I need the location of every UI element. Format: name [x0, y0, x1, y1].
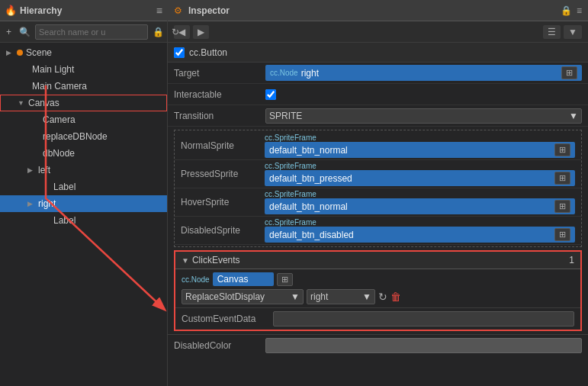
lock-button[interactable]: 🔒: [149, 25, 167, 39]
normalsprite-value-text: default_btn_normal: [269, 145, 348, 156]
event-delete-button[interactable]: 🗑: [390, 291, 401, 303]
hierarchy-menu-icon[interactable]: ≡: [156, 5, 162, 17]
section-header-ccbutton: cc.Button: [168, 43, 588, 63]
disabled-color-swatch[interactable]: [265, 338, 582, 353]
search-icon-button[interactable]: 🔍: [16, 25, 34, 39]
custom-event-input[interactable]: [273, 311, 574, 326]
method-chevron: ▼: [291, 291, 300, 302]
hoversprite-label: HoverSprite: [181, 197, 265, 207]
replacedbnode-label: replaceDBNode: [43, 131, 108, 142]
left-label: left: [38, 165, 50, 175]
disabledsprite-blue-field: default_btn_disabled ⊞: [265, 227, 575, 243]
right-arrow: ▶: [27, 200, 38, 207]
inspector-content: cc.Button Target cc.Node right ⊞ Interac…: [168, 43, 588, 386]
normalsprite-row: NormalSprite cc.SpriteFrame default_btn_…: [175, 132, 581, 160]
label1-label: Label: [53, 182, 76, 192]
transition-field-row: Transition SPRITE ▼: [168, 105, 588, 127]
click-events-header: ▼ ClickEvents 1: [175, 252, 580, 269]
camera-label: Camera: [43, 114, 76, 125]
refresh-hierarchy-button[interactable]: ↻: [169, 25, 182, 39]
normalsprite-select-button[interactable]: ⊞: [554, 143, 570, 156]
right-label: right: [38, 198, 56, 209]
tree-item-replacedbnode[interactable]: replaceDBNode: [0, 128, 167, 145]
inspector-list-button[interactable]: ☰: [543, 25, 561, 39]
search-input[interactable]: [35, 24, 148, 40]
custom-event-row: CustomEventData: [175, 308, 580, 330]
hoversprite-value: cc.SpriteFrame default_btn_normal ⊞: [265, 190, 575, 214]
click-events-section: ▼ ClickEvents 1 cc.Node Canvas ⊞ Replace…: [174, 250, 582, 331]
tree-item-canvas[interactable]: ▼ Canvas: [0, 95, 167, 111]
canvas-arrow: ▼: [18, 99, 28, 107]
tree-item-label1[interactable]: Label: [0, 179, 167, 195]
nav-forward-button[interactable]: ▶: [193, 25, 209, 39]
inspector-view-icon[interactable]: ≡: [577, 5, 582, 16]
method-value-text: ReplaceSlotDisplay: [185, 291, 265, 302]
hoversprite-value-text: default_btn_normal: [269, 201, 348, 212]
transition-chevron: ▼: [569, 111, 578, 121]
tree-item-camera[interactable]: Camera: [0, 111, 167, 128]
tree-item-label2[interactable]: Label: [0, 212, 167, 229]
target-ccnode-label: cc.Node: [270, 69, 298, 77]
hierarchy-header: 🔥 Hierarchy ≡: [0, 0, 167, 21]
canvas-node-select-button[interactable]: ⊞: [277, 273, 293, 286]
click-events-arrow: ▼: [182, 256, 189, 265]
target-select-button[interactable]: ⊞: [561, 66, 577, 79]
pressedsprite-cc-label: cc.SpriteFrame: [265, 162, 575, 170]
pressedsprite-value: cc.SpriteFrame default_btn_pressed ⊞: [265, 162, 575, 186]
add-node-button[interactable]: +: [3, 25, 14, 39]
target-event-chevron: ▼: [362, 291, 371, 302]
tree-item-dbnode[interactable]: dbNode: [0, 145, 167, 162]
inspector-title: Inspector: [188, 5, 561, 16]
inspector-settings-button[interactable]: ▼: [564, 25, 582, 39]
disabledsprite-select-button[interactable]: ⊞: [554, 228, 570, 241]
tree-item-mainlight[interactable]: Main Light: [0, 61, 167, 78]
canvas-value-text: Canvas: [217, 274, 249, 285]
tree-item-left[interactable]: ▶ left: [0, 162, 167, 179]
scene-fire-dot: [17, 50, 23, 56]
hierarchy-title: Hierarchy: [20, 5, 156, 16]
event-refresh-button[interactable]: ↻: [378, 291, 387, 303]
inspector-nav: ◀ ▶ ☰ ▼: [168, 21, 588, 43]
click-events-label: ClickEvents: [192, 255, 569, 265]
disabledsprite-value: cc.SpriteFrame default_btn_disabled ⊞: [265, 218, 575, 243]
inspector-lock-icon[interactable]: 🔒: [561, 5, 572, 16]
event-row: ReplaceSlotDisplay ▼ right ▼ ↻ 🗑: [182, 289, 574, 304]
transition-dropdown[interactable]: SPRITE ▼: [265, 108, 582, 124]
target-value-text: right: [301, 68, 319, 79]
disabled-color-label: DisabledColor: [174, 340, 265, 351]
method-dropdown[interactable]: ReplaceSlotDisplay ▼: [182, 289, 304, 304]
hoversprite-select-button[interactable]: ⊞: [554, 200, 570, 213]
scene-label: Scene: [26, 47, 52, 58]
ccbutton-enabled-checkbox[interactable]: [174, 47, 185, 58]
canvas-node-row: cc.Node Canvas ⊞: [182, 272, 574, 286]
custom-event-label: CustomEventData: [182, 314, 273, 324]
pressedsprite-label: PressedSprite: [181, 169, 265, 179]
tree-item-right[interactable]: ▶ right: [0, 195, 167, 212]
interactable-value: [265, 89, 582, 100]
fire-icon: 🔥: [5, 5, 17, 16]
disabledsprite-row: DisabledSprite cc.SpriteFrame default_bt…: [175, 217, 581, 245]
interactable-label: Interactable: [174, 89, 265, 100]
pressedsprite-select-button[interactable]: ⊞: [554, 172, 570, 185]
canvas-label: Canvas: [28, 98, 59, 108]
inspector-top-right: 🔒 ≡: [561, 5, 582, 16]
target-event-value-text: right: [310, 291, 328, 302]
interactable-checkbox[interactable]: [265, 89, 276, 100]
hoversprite-cc-label: cc.SpriteFrame: [265, 190, 575, 198]
tree-item-maincamera[interactable]: Main Camera: [0, 78, 167, 95]
tree-item-scene[interactable]: ▶ Scene: [0, 44, 167, 61]
inspector-header: ⚙ Inspector 🔒 ≡: [168, 0, 588, 21]
transition-label: Transition: [174, 111, 265, 121]
sprite-section: NormalSprite cc.SpriteFrame default_btn_…: [174, 130, 582, 247]
ccbutton-label: cc.Button: [189, 47, 227, 58]
dbnode-label: dbNode: [43, 148, 75, 159]
interactable-field-row: Interactable: [168, 84, 588, 105]
target-dropdown[interactable]: right ▼: [307, 289, 375, 304]
canvas-blue-field: Canvas: [213, 272, 274, 286]
disabledsprite-label: DisabledSprite: [181, 225, 265, 236]
target-value: cc.Node right ⊞: [265, 65, 582, 81]
left-arrow: ▶: [27, 166, 38, 174]
hoversprite-blue-field: default_btn_normal ⊞: [265, 198, 575, 214]
click-events-count: 1: [569, 255, 574, 265]
hierarchy-toolbar: + 🔍 🔒 ↻: [0, 21, 167, 43]
